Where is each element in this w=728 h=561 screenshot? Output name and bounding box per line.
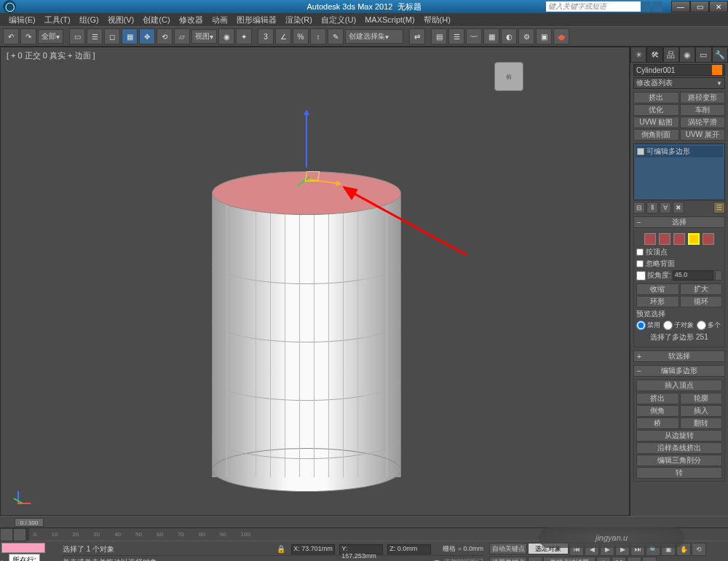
menu-edit[interactable]: 编辑(E) <box>4 15 40 26</box>
preview-multi-radio[interactable] <box>697 321 706 330</box>
next-frame-icon[interactable]: ▶ <box>615 543 630 556</box>
select-icon[interactable]: ▭ <box>69 28 85 44</box>
lock-selection-icon[interactable]: 🔒 <box>276 544 286 554</box>
object-color-swatch[interactable] <box>712 65 722 75</box>
poly-bridge-button[interactable]: 桥 <box>636 417 679 429</box>
edit-named-sel-icon[interactable]: ✎ <box>328 28 344 44</box>
mod-btn-bevelprofile[interactable]: 倒角剖面 <box>633 129 679 141</box>
motion-tab-icon[interactable]: ◉ <box>679 47 695 63</box>
hierarchy-tab-icon[interactable]: 品 <box>663 47 679 63</box>
poly-inset-button[interactable]: 插入 <box>680 405 723 417</box>
material-editor-icon[interactable]: ◐ <box>501 28 517 44</box>
script-mini-listener[interactable] <box>1 543 45 553</box>
remove-mod-icon[interactable]: ✖ <box>673 202 684 213</box>
infocenter-icon[interactable] <box>641 1 651 12</box>
mod-btn-optimize[interactable]: 优化 <box>633 104 679 116</box>
trackbar-toggle-icon[interactable] <box>0 528 13 541</box>
subobj-edge-icon[interactable] <box>659 233 670 245</box>
coord-y-field[interactable]: Y: 157.253mm <box>339 544 383 554</box>
shrink-button[interactable]: 收缩 <box>636 283 679 295</box>
poly-bevel-button[interactable]: 倒角 <box>636 405 679 417</box>
by-angle-checkbox[interactable] <box>636 271 646 280</box>
menu-rendering[interactable]: 渲染(R) <box>281 15 317 26</box>
key-filter-selected[interactable]: 选定对象 <box>528 543 569 554</box>
help-search-input[interactable]: 键入关键字或短语 <box>546 1 641 12</box>
schematic-icon[interactable]: ▦ <box>483 28 499 44</box>
mod-btn-uvwunwrap[interactable]: UVW 展开 <box>680 129 726 141</box>
nav-orbit-icon[interactable]: ⟲ <box>692 543 706 556</box>
time-config-icon[interactable]: ⏱ <box>596 557 611 561</box>
menu-create[interactable]: 创建(C) <box>138 15 174 26</box>
modify-tab-icon[interactable]: 🛠 <box>646 47 662 63</box>
make-unique-icon[interactable]: ∀ <box>660 202 671 213</box>
mod-btn-pathdeform[interactable]: 路径变形 <box>680 92 726 103</box>
maximize-button[interactable]: ▭ <box>690 1 709 12</box>
stack-item-editable-poly[interactable]: 可编辑多边形 <box>636 146 723 157</box>
subobj-border-icon[interactable] <box>673 233 685 245</box>
select-name-icon[interactable]: ☰ <box>87 28 103 44</box>
render-setup-icon[interactable]: ⚙ <box>518 28 534 44</box>
snap-toggle-icon[interactable]: 3 <box>258 28 274 44</box>
menu-maxscript[interactable]: MAXScript(M) <box>360 15 419 24</box>
viewcube-icon[interactable]: 前 <box>494 62 523 91</box>
menu-modifiers[interactable]: 修改器 <box>175 15 207 26</box>
angle-spinner-updown[interactable] <box>715 270 722 280</box>
show-end-result-icon[interactable]: Ⅱ <box>646 202 658 213</box>
subobj-vertex-icon[interactable] <box>644 233 656 245</box>
select-region-icon[interactable]: ◻ <box>104 28 120 44</box>
ring-button[interactable]: 环形 <box>636 296 679 307</box>
curve-editor-icon[interactable]: 〰 <box>466 28 482 44</box>
menu-help[interactable]: 帮助(H) <box>419 15 455 26</box>
align-icon[interactable]: ▤ <box>431 28 447 44</box>
loop-button[interactable]: 循环 <box>680 296 723 307</box>
time-slider-handle[interactable]: 0 / 100 <box>15 518 44 527</box>
select-rotate-icon[interactable]: ⟲ <box>157 28 173 44</box>
key-mode-icon[interactable]: ↯ <box>528 557 542 561</box>
undo-icon[interactable]: ↶ <box>3 28 19 44</box>
insert-vertex-button[interactable]: 插入顶点 <box>636 380 722 391</box>
preview-sub-radio[interactable] <box>663 321 673 330</box>
subobj-element-icon[interactable] <box>703 233 714 245</box>
rollout-selection[interactable]: 选择 <box>633 216 725 228</box>
percent-snap-icon[interactable]: % <box>293 28 309 44</box>
object-name-field[interactable]: Cylinder001 <box>633 64 725 76</box>
favorites-icon[interactable] <box>652 1 662 12</box>
modifier-stack[interactable]: 可编辑多边形 <box>633 144 725 200</box>
mod-btn-uvwmap[interactable]: UVW 贴图 <box>633 117 679 128</box>
poly-extrude-button[interactable]: 挤出 <box>636 393 679 404</box>
viewport[interactable]: [ + 0 正交 0 真实 + 边面 ] 前 <box>0 47 630 516</box>
selection-filter-dropdown[interactable]: 全部 ▾ <box>38 29 63 44</box>
menu-grapheditors[interactable]: 图形编辑器 <box>232 15 281 26</box>
redo-icon[interactable]: ↷ <box>20 28 36 44</box>
set-key-button[interactable]: 设置关键点 <box>489 557 527 561</box>
add-time-tag[interactable]: 添加时间标记 <box>444 557 483 561</box>
coord-z-field[interactable]: Z: 0.0mm <box>387 544 431 554</box>
mod-btn-turbosmooth[interactable]: 涡轮平滑 <box>680 117 726 128</box>
minimize-button[interactable]: — <box>671 1 690 12</box>
app-logo-icon[interactable]: ◯ <box>3 0 16 13</box>
track-ruler[interactable]: 010 2030 4050 6070 8090 100 <box>29 528 728 541</box>
hinge-from-edge-button[interactable]: 从边旋转 <box>636 430 722 442</box>
poly-flip-button[interactable]: 翻转 <box>680 417 723 429</box>
rollout-softselection[interactable]: 软选择 <box>633 350 725 362</box>
extrude-along-spline-button[interactable]: 沿样条线挤出 <box>636 442 722 454</box>
move-gizmo-icon[interactable] <box>296 168 317 189</box>
angle-snap-icon[interactable]: ∠ <box>275 28 291 44</box>
layers-icon[interactable]: ☰ <box>448 28 464 44</box>
named-selection-dropdown[interactable]: 创建选择集 ▾ <box>345 29 403 44</box>
configure-sets-icon[interactable]: ☰ <box>713 202 725 213</box>
refcoord-dropdown[interactable]: 视图 ▾ <box>191 29 217 44</box>
mirror-icon[interactable]: ⇄ <box>409 28 425 44</box>
window-crossing-icon[interactable]: ▦ <box>122 28 138 44</box>
angle-spinner[interactable]: 45.0 <box>673 270 713 280</box>
mod-btn-lathe[interactable]: 车削 <box>680 104 726 116</box>
menu-views[interactable]: 视图(V) <box>103 15 139 26</box>
menu-animation[interactable]: 动画 <box>207 15 232 26</box>
nav-fov-icon[interactable]: ◢ <box>627 557 641 561</box>
poly-outline-button[interactable]: 轮廓 <box>680 393 723 404</box>
modifier-list-dropdown[interactable]: 修改器列表 <box>633 77 725 89</box>
nav-zoomall-icon[interactable]: ▣ <box>661 543 676 556</box>
play-icon[interactable]: ▶ <box>600 543 614 556</box>
nav-pan-icon[interactable]: ✋ <box>676 543 691 556</box>
spinner-snap-icon[interactable]: ↕ <box>310 28 326 44</box>
